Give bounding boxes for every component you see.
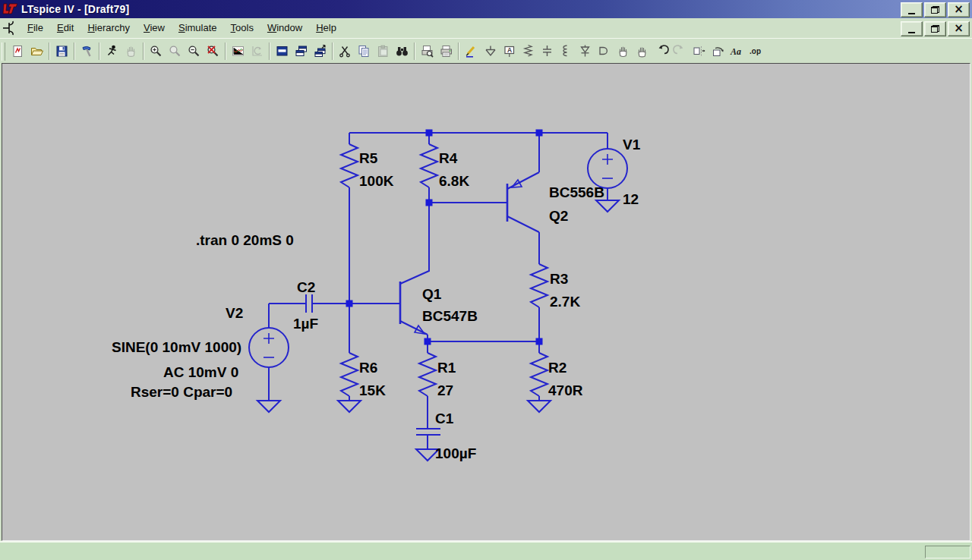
- label-q1-value[interactable]: BC547B: [422, 308, 478, 324]
- place-text-button[interactable]: Aa: [727, 42, 746, 61]
- child-restore-button[interactable]: [924, 21, 946, 36]
- label-q2-value[interactable]: BC556B: [549, 184, 604, 200]
- label-c1-value[interactable]: 100µF: [435, 445, 476, 461]
- arrange-windows-button[interactable]: [311, 42, 330, 61]
- redo-button[interactable]: [671, 42, 690, 61]
- label-c1-ref[interactable]: C1: [435, 411, 454, 426]
- label-r4-ref[interactable]: R4: [439, 150, 458, 166]
- child-minimize-button[interactable]: [901, 21, 923, 36]
- place-capacitor-button[interactable]: [538, 42, 557, 61]
- waveform-pane-button[interactable]: [229, 42, 248, 61]
- label-r5-ref[interactable]: R5: [359, 150, 378, 166]
- rotate-button[interactable]: [708, 42, 727, 61]
- label-r1-value[interactable]: 27: [437, 382, 453, 398]
- restore-button[interactable]: [924, 2, 946, 17]
- control-panel-button[interactable]: [77, 42, 96, 61]
- schematic-canvas[interactable]: R5 100K R4 6.8K V1 12 BC556B Q2 .tran 0 …: [2, 63, 970, 541]
- move-hand-icon: [616, 44, 631, 59]
- resistor-r4[interactable]: [421, 144, 437, 187]
- print-preview-button[interactable]: [418, 42, 437, 61]
- toolbar-separator: [225, 42, 226, 60]
- svg-text:Aa: Aa: [730, 46, 741, 57]
- resistor-r2[interactable]: [531, 353, 548, 396]
- ground-symbol-v2[interactable]: [257, 401, 280, 412]
- zoom-in-button[interactable]: [147, 42, 166, 61]
- label-r3-ref[interactable]: R3: [550, 271, 568, 287]
- undo-button[interactable]: [652, 42, 671, 61]
- menu-bar: File Edit Hierarchy View Simulate Tools …: [0, 18, 972, 39]
- menu-tools[interactable]: Tools: [224, 20, 260, 36]
- restore-icon: [931, 6, 939, 14]
- label-v2-value[interactable]: SINE(0 10mV 1000): [112, 339, 241, 355]
- save-button[interactable]: [52, 42, 71, 61]
- find-button[interactable]: [393, 42, 412, 61]
- place-resistor-button[interactable]: [519, 42, 538, 61]
- label-r6-value[interactable]: 15K: [359, 382, 386, 398]
- print-button[interactable]: [437, 42, 456, 61]
- resistor-r5[interactable]: [341, 144, 358, 187]
- label-v1-ref[interactable]: V1: [623, 137, 641, 153]
- label-q1-ref[interactable]: Q1: [422, 286, 442, 302]
- label-r4-value[interactable]: 6.8K: [439, 173, 469, 189]
- open-file-button[interactable]: [27, 42, 46, 61]
- halt-button[interactable]: [122, 42, 140, 61]
- paste-button[interactable]: [374, 42, 393, 61]
- label-r2-value[interactable]: 470R: [548, 382, 583, 398]
- zoom-full-extents-button[interactable]: [204, 42, 222, 61]
- place-diode-button[interactable]: [576, 42, 595, 61]
- spice-directive-button[interactable]: .op: [746, 42, 765, 61]
- label-c2-ref[interactable]: C2: [297, 279, 315, 295]
- label-c2-value[interactable]: 1µF: [293, 316, 318, 332]
- label-v2-ac[interactable]: AC 10mV 0: [163, 364, 238, 380]
- cascade-windows-button[interactable]: [292, 42, 311, 61]
- label-r3-value[interactable]: 2.7K: [550, 294, 580, 310]
- label-v1-value[interactable]: 12: [623, 191, 639, 207]
- child-close-button[interactable]: ×: [948, 21, 970, 36]
- toolbar-gripper[interactable]: [2, 42, 5, 61]
- label-r2-ref[interactable]: R2: [548, 360, 566, 376]
- minimize-button[interactable]: [901, 2, 923, 17]
- menu-window[interactable]: Window: [260, 20, 309, 36]
- halt-hand-icon: [124, 44, 139, 59]
- label-spice-directive[interactable]: .tran 0 20mS 0: [196, 232, 294, 248]
- menu-edit[interactable]: Edit: [50, 20, 80, 36]
- capacitor-c1[interactable]: [416, 429, 440, 435]
- menu-simulate[interactable]: Simulate: [172, 20, 224, 36]
- place-component-button[interactable]: [595, 42, 614, 61]
- resistor-r1[interactable]: [419, 353, 436, 396]
- net-label-icon: A: [502, 44, 517, 59]
- resistor-r6[interactable]: [341, 353, 358, 396]
- copy-button[interactable]: [355, 42, 374, 61]
- menu-help[interactable]: Help: [309, 20, 343, 36]
- menu-file[interactable]: File: [21, 20, 50, 36]
- ground-symbol-r6[interactable]: [338, 401, 361, 412]
- mirror-button[interactable]: [690, 42, 708, 61]
- tile-windows-button[interactable]: [273, 42, 292, 61]
- close-button[interactable]: ×: [948, 2, 970, 17]
- zoom-back-button[interactable]: [166, 42, 185, 61]
- label-r5-value[interactable]: 100K: [359, 173, 394, 189]
- place-ground-button[interactable]: [481, 42, 500, 61]
- plot-settings-button[interactable]: [248, 42, 267, 61]
- place-net-label-button[interactable]: A: [500, 42, 519, 61]
- place-inductor-button[interactable]: [557, 42, 576, 61]
- zoom-out-button[interactable]: [185, 42, 204, 61]
- toolbar-separator: [99, 42, 100, 60]
- run-button[interactable]: [103, 42, 122, 61]
- ground-symbol-r2[interactable]: [528, 401, 551, 412]
- cut-button[interactable]: [336, 42, 355, 61]
- draw-wire-button[interactable]: [462, 42, 481, 61]
- label-r6-ref[interactable]: R6: [359, 360, 377, 376]
- new-schematic-button[interactable]: [8, 42, 27, 61]
- label-r1-ref[interactable]: R1: [437, 360, 456, 376]
- menu-view[interactable]: View: [137, 20, 172, 36]
- menu-hierarchy[interactable]: Hierarchy: [80, 20, 137, 36]
- move-button[interactable]: [614, 42, 633, 61]
- label-v2-parasitics[interactable]: Rser=0 Cpar=0: [131, 384, 232, 400]
- resistor-r3[interactable]: [531, 264, 548, 307]
- capacitor-c2[interactable]: [306, 294, 312, 313]
- drag-button[interactable]: [633, 42, 652, 61]
- ground-symbol-v1[interactable]: [596, 200, 619, 212]
- label-q2-ref[interactable]: Q2: [549, 208, 568, 224]
- label-v2-ref[interactable]: V2: [226, 305, 243, 321]
